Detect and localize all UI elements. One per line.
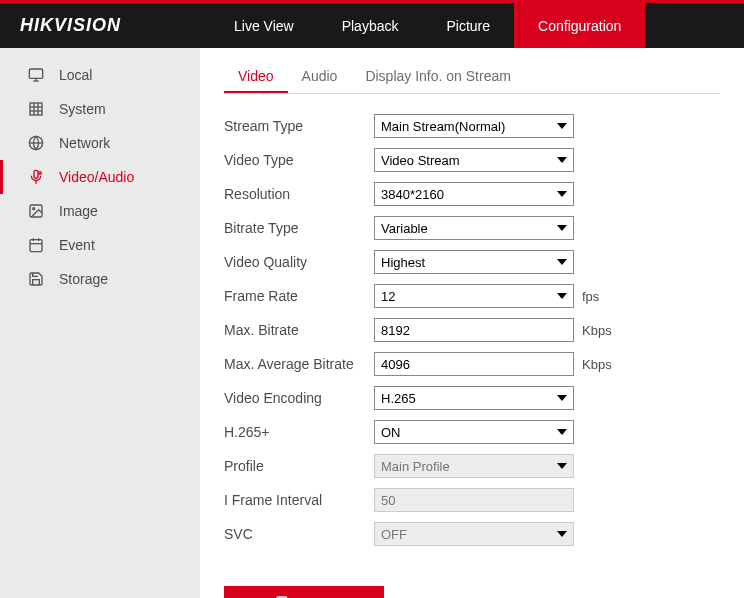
- input-max-bitrate[interactable]: 8192: [374, 318, 574, 342]
- field-unit: Kbps: [582, 323, 612, 338]
- tabs: VideoAudioDisplay Info. on Stream: [224, 60, 720, 94]
- field-label: Stream Type: [224, 118, 374, 134]
- select-h-265-[interactable]: ON: [374, 420, 574, 444]
- field-value: 50: [381, 493, 395, 508]
- field-label: I Frame Interval: [224, 492, 374, 508]
- field-value: Main Stream(Normal): [381, 119, 505, 134]
- field-unit: fps: [582, 289, 599, 304]
- tab-audio[interactable]: Audio: [288, 60, 352, 93]
- sidebar: LocalSystemNetworkVideo/AudioImageEventS…: [0, 48, 200, 598]
- nav-item-configuration[interactable]: Configuration: [514, 3, 645, 48]
- field-label: Profile: [224, 458, 374, 474]
- save-icon: [275, 595, 291, 599]
- sidebar-item-label: System: [59, 101, 106, 117]
- field-unit: Kbps: [582, 357, 612, 372]
- field-label: Video Encoding: [224, 390, 374, 406]
- field-row-frame-rate: Frame Rate12fps: [224, 284, 720, 308]
- field-label: Resolution: [224, 186, 374, 202]
- sidebar-item-event[interactable]: Event: [0, 228, 200, 262]
- field-label: Bitrate Type: [224, 220, 374, 236]
- field-value: H.265: [381, 391, 416, 406]
- select-frame-rate[interactable]: 12: [374, 284, 574, 308]
- top-bar: HIKVISION Live ViewPlaybackPictureConfig…: [0, 0, 744, 48]
- field-label: Video Quality: [224, 254, 374, 270]
- field-row-bitrate-type: Bitrate TypeVariable: [224, 216, 720, 240]
- select-stream-type[interactable]: Main Stream(Normal): [374, 114, 574, 138]
- sidebar-item-local[interactable]: Local: [0, 58, 200, 92]
- sidebar-item-label: Event: [59, 237, 95, 253]
- field-row-max-bitrate: Max. Bitrate8192Kbps: [224, 318, 720, 342]
- sidebar-item-label: Network: [59, 135, 110, 151]
- select-video-quality[interactable]: Highest: [374, 250, 574, 274]
- select-video-encoding[interactable]: H.265: [374, 386, 574, 410]
- sidebar-item-label: Image: [59, 203, 98, 219]
- field-row-profile: ProfileMain Profile: [224, 454, 720, 478]
- sidebar-item-label: Local: [59, 67, 92, 83]
- svg-rect-0: [29, 69, 42, 78]
- tab-display-info-on-stream[interactable]: Display Info. on Stream: [351, 60, 525, 93]
- select-svc: OFF: [374, 522, 574, 546]
- mic-icon: [25, 168, 47, 186]
- svg-rect-3: [30, 103, 42, 115]
- sidebar-item-video-audio[interactable]: Video/Audio: [0, 160, 200, 194]
- grid-icon: [25, 100, 47, 118]
- calendar-icon: [25, 236, 47, 254]
- field-label: Video Type: [224, 152, 374, 168]
- field-value: 4096: [381, 357, 410, 372]
- field-row-i-frame-interval: I Frame Interval50: [224, 488, 720, 512]
- field-row-video-type: Video TypeVideo Stream: [224, 148, 720, 172]
- main-nav: Live ViewPlaybackPictureConfiguration: [210, 3, 744, 48]
- select-profile: Main Profile: [374, 454, 574, 478]
- save-button[interactable]: Save: [224, 586, 384, 598]
- field-label: Frame Rate: [224, 288, 374, 304]
- select-bitrate-type[interactable]: Variable: [374, 216, 574, 240]
- field-value: 8192: [381, 323, 410, 338]
- nav-item-playback[interactable]: Playback: [318, 3, 423, 48]
- globe-icon: [25, 134, 47, 152]
- tab-video[interactable]: Video: [224, 60, 288, 93]
- sidebar-item-image[interactable]: Image: [0, 194, 200, 228]
- field-value: ON: [381, 425, 401, 440]
- sidebar-item-label: Video/Audio: [59, 169, 134, 185]
- sidebar-item-system[interactable]: System: [0, 92, 200, 126]
- field-row-max-average-bitrate: Max. Average Bitrate4096Kbps: [224, 352, 720, 376]
- video-settings-form: Stream TypeMain Stream(Normal)Video Type…: [224, 94, 720, 546]
- logo-text: HIKVISION: [20, 15, 121, 36]
- field-value: 12: [381, 289, 395, 304]
- svg-point-12: [39, 172, 42, 175]
- field-value: Video Stream: [381, 153, 460, 168]
- sidebar-item-network[interactable]: Network: [0, 126, 200, 160]
- svg-rect-15: [30, 240, 42, 252]
- monitor-icon: [25, 66, 47, 84]
- svg-point-14: [33, 208, 35, 210]
- field-label: SVC: [224, 526, 374, 542]
- select-video-type[interactable]: Video Stream: [374, 148, 574, 172]
- field-row-svc: SVCOFF: [224, 522, 720, 546]
- sidebar-item-storage[interactable]: Storage: [0, 262, 200, 296]
- sidebar-item-label: Storage: [59, 271, 108, 287]
- field-value: 3840*2160: [381, 187, 444, 202]
- logo: HIKVISION: [0, 15, 210, 36]
- field-row-stream-type: Stream TypeMain Stream(Normal): [224, 114, 720, 138]
- field-value: Main Profile: [381, 459, 450, 474]
- field-row-resolution: Resolution3840*2160: [224, 182, 720, 206]
- input-max-average-bitrate[interactable]: 4096: [374, 352, 574, 376]
- content: VideoAudioDisplay Info. on Stream Stream…: [200, 48, 744, 598]
- nav-item-live-view[interactable]: Live View: [210, 3, 318, 48]
- select-resolution[interactable]: 3840*2160: [374, 182, 574, 206]
- field-label: H.265+: [224, 424, 374, 440]
- field-row-video-quality: Video QualityHighest: [224, 250, 720, 274]
- nav-item-picture[interactable]: Picture: [422, 3, 514, 48]
- layout: LocalSystemNetworkVideo/AudioImageEventS…: [0, 48, 744, 598]
- field-row-video-encoding: Video EncodingH.265: [224, 386, 720, 410]
- field-value: OFF: [381, 527, 407, 542]
- svg-rect-10: [34, 170, 38, 178]
- field-value: Variable: [381, 221, 428, 236]
- field-label: Max. Average Bitrate: [224, 356, 374, 372]
- input-i-frame-interval: 50: [374, 488, 574, 512]
- field-value: Highest: [381, 255, 425, 270]
- field-row-h-265-: H.265+ON: [224, 420, 720, 444]
- field-label: Max. Bitrate: [224, 322, 374, 338]
- save-icon: [25, 270, 47, 288]
- image-icon: [25, 202, 47, 220]
